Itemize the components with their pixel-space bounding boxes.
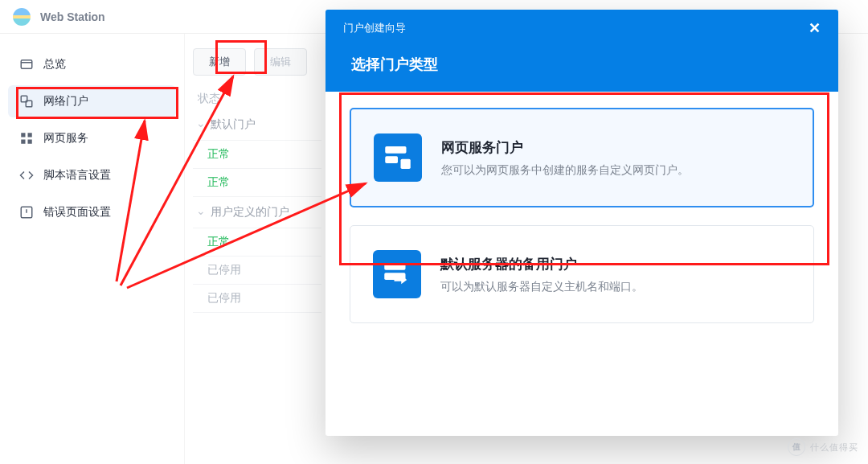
sidebar-item-label: 网络门户 (43, 94, 88, 109)
svg-rect-0 (21, 60, 32, 69)
sidebar-item-label: 错误页面设置 (43, 205, 111, 220)
option-title: 默认服务器的备用门户 (440, 255, 643, 273)
list-row[interactable]: 正常 (193, 228, 321, 257)
sidebar-item-error-pages[interactable]: 错误页面设置 (8, 196, 176, 228)
grid-icon (19, 131, 34, 146)
close-icon[interactable]: ✕ (809, 21, 821, 35)
svg-point-16 (387, 275, 389, 277)
watermark: 值 什么值得买 (788, 438, 858, 456)
option-web-service-portal[interactable]: 网页服务门户 您可以为网页服务中创建的服务自定义网页门户。 (350, 108, 814, 207)
list-group-user[interactable]: 用户定义的门户 (193, 197, 321, 228)
group-title: 用户定义的门户 (211, 205, 289, 220)
server-forward-icon (373, 250, 421, 298)
portal-icon (19, 94, 34, 109)
group-title: 默认门户 (211, 117, 256, 132)
server-icon (374, 133, 422, 182)
sidebar-item-web-portal[interactable]: 网络门户 (8, 85, 176, 117)
app-logo-icon (13, 8, 31, 26)
app-title: Web Station (40, 10, 105, 23)
list-row[interactable]: 已停用 (193, 285, 321, 313)
sidebar: 总览 网络门户 网页服务 脚本语言设置 错误页面设置 (0, 34, 185, 464)
option-title: 网页服务门户 (441, 138, 689, 157)
option-description: 您可以为网页服务中创建的服务自定义网页门户。 (441, 163, 689, 178)
svg-point-15 (387, 265, 389, 268)
sidebar-item-label: 总览 (43, 57, 66, 72)
sidebar-item-overview[interactable]: 总览 (8, 48, 176, 80)
list-column-status: 状态 (193, 88, 321, 109)
sidebar-item-script-settings[interactable]: 脚本语言设置 (8, 159, 176, 191)
svg-rect-3 (21, 133, 25, 137)
sidebar-item-label: 脚本语言设置 (43, 168, 111, 183)
svg-rect-6 (28, 140, 32, 144)
overview-icon (19, 57, 34, 72)
edit-button: 编辑 (254, 48, 307, 76)
list-row[interactable]: 正常 (193, 141, 321, 169)
error-icon (19, 205, 34, 220)
list-group-default[interactable]: 默认门户 (193, 109, 321, 141)
modal-header: 门户创建向导 ✕ 选择门户类型 (326, 10, 838, 92)
svg-rect-5 (21, 140, 25, 144)
add-button[interactable]: 新增 (193, 48, 246, 76)
svg-point-11 (387, 149, 390, 151)
option-description: 可以为默认服务器自定义主机名和端口。 (440, 280, 643, 294)
portal-list: 状态 默认门户 正常 正常 用户定义的门户 正常 已停用 已停用 (193, 88, 321, 313)
svg-rect-10 (401, 159, 411, 169)
portal-create-wizard-modal: 门户创建向导 ✕ 选择门户类型 网页服务门户 您可以为网页服务中创建的服务自定义… (326, 10, 838, 436)
svg-point-12 (387, 158, 390, 161)
modal-wizard-label: 门户创建向导 (343, 21, 406, 35)
modal-title: 选择门户类型 (343, 55, 821, 74)
sidebar-item-web-service[interactable]: 网页服务 (8, 122, 176, 154)
portal-type-options: 网页服务门户 您可以为网页服务中创建的服务自定义网页门户。 默认服务器的备用门户… (326, 92, 838, 339)
sidebar-item-label: 网页服务 (43, 131, 88, 146)
watermark-text: 什么值得买 (810, 441, 858, 454)
svg-rect-9 (385, 156, 398, 163)
svg-rect-4 (28, 133, 32, 137)
watermark-badge-icon: 值 (788, 438, 805, 456)
list-row[interactable]: 正常 (193, 169, 321, 197)
list-row[interactable]: 已停用 (193, 257, 321, 285)
code-icon (19, 168, 34, 183)
option-default-server-alt-portal[interactable]: 默认服务器的备用门户 可以为默认服务器自定义主机名和端口。 (350, 225, 814, 323)
